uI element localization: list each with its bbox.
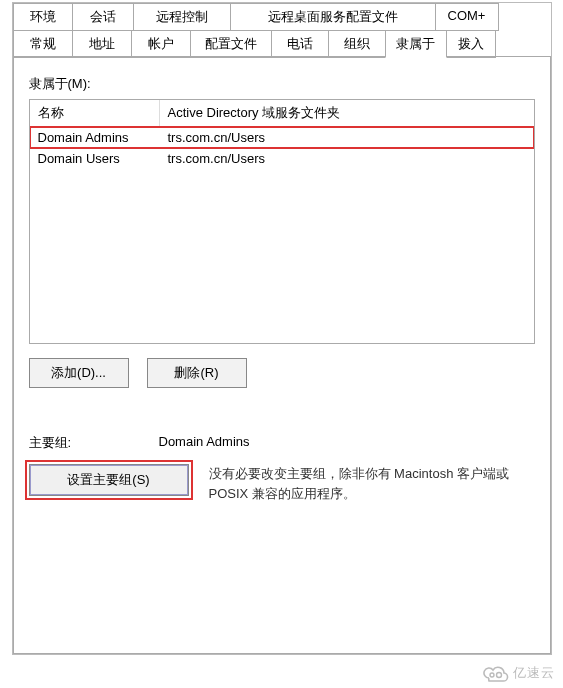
cell-name: Domain Users bbox=[30, 148, 160, 169]
memberof-label: 隶属于(M): bbox=[29, 75, 535, 93]
memberof-list[interactable]: 名称 Active Directory 域服务文件夹 Domain Admins… bbox=[29, 99, 535, 344]
svg-point-0 bbox=[490, 673, 494, 677]
cell-name: Domain Admins bbox=[30, 127, 160, 148]
tab-phone[interactable]: 电话 bbox=[271, 30, 329, 58]
table-row[interactable]: Domain Users trs.com.cn/Users bbox=[30, 148, 534, 169]
column-folder[interactable]: Active Directory 域服务文件夹 bbox=[160, 100, 534, 126]
memberof-panel: 隶属于(M): 名称 Active Directory 域服务文件夹 Domai… bbox=[13, 56, 551, 654]
button-row: 添加(D)... 删除(R) bbox=[29, 358, 535, 388]
tab-strip: 环境 会话 远程控制 远程桌面服务配置文件 COM+ 常规 地址 帐户 配置文件… bbox=[13, 3, 551, 57]
list-header: 名称 Active Directory 域服务文件夹 bbox=[30, 100, 534, 127]
set-primary-row: 设置主要组(S) 没有必要改变主要组，除非你有 Macintosh 客户端或 P… bbox=[29, 464, 535, 503]
tab-complus[interactable]: COM+ bbox=[435, 3, 499, 31]
primary-group-label: 主要组: bbox=[29, 434, 159, 452]
tab-sessions[interactable]: 会话 bbox=[72, 3, 134, 31]
svg-point-1 bbox=[497, 673, 502, 678]
primary-group-row: 主要组: Domain Admins bbox=[29, 434, 535, 452]
column-name[interactable]: 名称 bbox=[30, 100, 160, 126]
cloud-icon bbox=[481, 664, 509, 682]
primary-group-hint: 没有必要改变主要组，除非你有 Macintosh 客户端或 POSIX 兼容的应… bbox=[209, 464, 535, 503]
remove-button[interactable]: 删除(R) bbox=[147, 358, 247, 388]
tab-environment[interactable]: 环境 bbox=[13, 3, 73, 31]
watermark: 亿速云 bbox=[481, 664, 555, 682]
primary-group-value: Domain Admins bbox=[159, 434, 535, 449]
add-button[interactable]: 添加(D)... bbox=[29, 358, 129, 388]
cell-folder: trs.com.cn/Users bbox=[160, 127, 534, 148]
cell-folder: trs.com.cn/Users bbox=[160, 148, 534, 169]
tab-rds-profile[interactable]: 远程桌面服务配置文件 bbox=[230, 3, 436, 31]
table-row[interactable]: Domain Admins trs.com.cn/Users bbox=[30, 127, 534, 148]
watermark-text: 亿速云 bbox=[513, 664, 555, 682]
tab-general[interactable]: 常规 bbox=[13, 30, 73, 58]
tab-organization[interactable]: 组织 bbox=[328, 30, 386, 58]
tab-remote-control[interactable]: 远程控制 bbox=[133, 3, 231, 31]
tab-address[interactable]: 地址 bbox=[72, 30, 132, 58]
tab-profile[interactable]: 配置文件 bbox=[190, 30, 272, 58]
tab-dialin[interactable]: 拨入 bbox=[446, 30, 496, 58]
tab-row-upper: 环境 会话 远程控制 远程桌面服务配置文件 COM+ bbox=[13, 3, 551, 30]
tab-row-lower: 常规 地址 帐户 配置文件 电话 组织 隶属于 拨入 bbox=[13, 30, 551, 57]
tab-account[interactable]: 帐户 bbox=[131, 30, 191, 58]
list-body: Domain Admins trs.com.cn/Users Domain Us… bbox=[30, 127, 534, 169]
primary-group-section: 主要组: Domain Admins 设置主要组(S) 没有必要改变主要组，除非… bbox=[29, 434, 535, 503]
tab-memberof[interactable]: 隶属于 bbox=[385, 30, 447, 58]
properties-dialog: 环境 会话 远程控制 远程桌面服务配置文件 COM+ 常规 地址 帐户 配置文件… bbox=[12, 2, 552, 655]
set-primary-group-button[interactable]: 设置主要组(S) bbox=[29, 464, 189, 496]
